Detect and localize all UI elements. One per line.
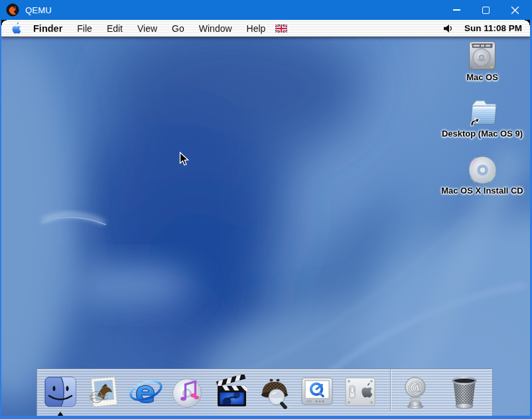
dock-item-sherlock[interactable] (253, 375, 297, 409)
svg-text:e: e (135, 375, 156, 409)
menu-bar: Finder File Edit View Go Window Help (1, 20, 530, 37)
desktop-icon-mac-os[interactable]: Mac OS (436, 40, 529, 82)
dock-item-finder[interactable] (39, 375, 82, 409)
sherlock-icon (257, 375, 292, 409)
menu-finder[interactable]: Finder (26, 20, 70, 37)
mail-stamp-icon (86, 375, 121, 409)
dock-item-system-preferences[interactable] (339, 375, 382, 409)
minimize-icon (453, 9, 460, 11)
qemu-window: QEMU (0, 0, 532, 419)
finder-icon (43, 375, 78, 409)
qemu-titlebar[interactable]: QEMU (0, 0, 532, 20)
folder-alias-icon (466, 99, 499, 128)
menu-file[interactable]: File (70, 20, 100, 37)
mouse-cursor-icon (179, 152, 189, 166)
menu-clock[interactable]: Sun 11:08 PM (464, 23, 522, 33)
qemu-logo-icon (6, 3, 19, 17)
menu-view[interactable]: View (130, 20, 165, 37)
at-spring-icon: @ (398, 375, 432, 409)
dock-item-imovie[interactable] (210, 375, 253, 409)
screen-corner-left (1, 20, 7, 25)
desktop-icon-label: Mac OS X Install CD (436, 186, 529, 196)
window-title: QEMU (25, 5, 52, 15)
cd-disc-icon (468, 155, 498, 185)
menu-help[interactable]: Help (239, 20, 273, 37)
speaker-icon (443, 24, 454, 33)
maximize-icon (482, 7, 490, 14)
minimize-button[interactable] (442, 0, 471, 20)
input-menu[interactable] (275, 25, 287, 32)
dock-item-trash[interactable] (440, 375, 489, 409)
close-icon (511, 6, 519, 15)
screen-corner-right (525, 20, 530, 25)
maximize-button[interactable] (471, 0, 500, 20)
system-preferences-icon (343, 375, 377, 409)
dock-item-internet-location[interactable]: @ (391, 375, 440, 409)
dock-item-internet-explorer[interactable]: e (125, 375, 168, 409)
internet-explorer-icon: e (129, 375, 163, 409)
desktop-icon-desktop-mac-os-9[interactable]: Desktop (Mac OS 9) (436, 99, 529, 139)
menu-window[interactable]: Window (192, 20, 239, 37)
menu-edit[interactable]: Edit (100, 20, 130, 37)
close-button[interactable] (500, 0, 529, 20)
apple-logo-icon (10, 22, 21, 35)
uk-flag-icon (275, 25, 287, 32)
trash-icon (446, 375, 482, 410)
dock-item-itunes[interactable] (168, 375, 211, 409)
itunes-icon (172, 375, 206, 409)
imovie-icon (214, 375, 249, 409)
desktop-icon-install-cd[interactable]: Mac OS X Install CD (436, 155, 529, 196)
desktop-icon-label: Mac OS (436, 73, 529, 82)
hard-disk-icon (467, 40, 498, 72)
quicktime-icon (300, 375, 334, 409)
dock-item-quicktime[interactable] (296, 375, 339, 409)
menu-go[interactable]: Go (165, 20, 192, 37)
running-indicator (57, 412, 64, 416)
dock-item-mail[interactable] (82, 375, 125, 409)
apple-menu[interactable] (10, 22, 21, 34)
volume-menu[interactable] (443, 23, 455, 34)
desktop-icon-label: Desktop (Mac OS 9) (436, 129, 529, 139)
guest-screen: Finder File Edit View Go Window Help (1, 20, 530, 416)
dock: e (36, 369, 493, 416)
